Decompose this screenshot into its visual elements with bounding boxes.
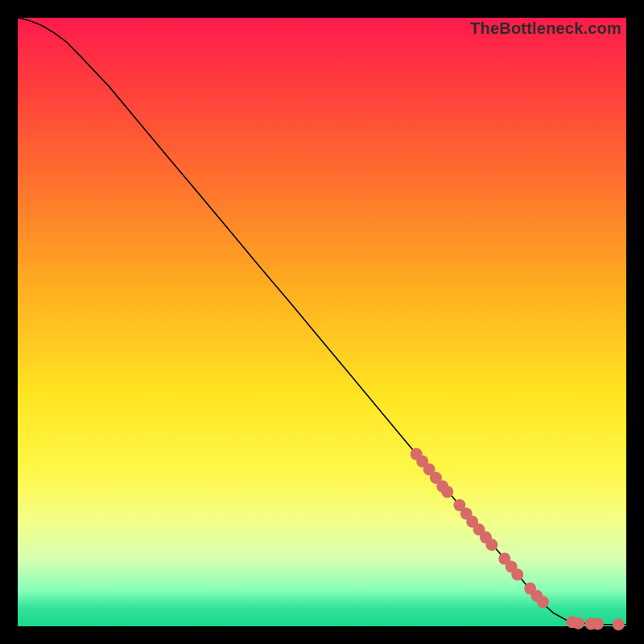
data-point: [572, 617, 584, 630]
data-point: [613, 618, 625, 630]
data-point: [537, 596, 549, 608]
data-point: [485, 539, 497, 551]
curve-line: [18, 18, 626, 625]
data-point: [441, 485, 453, 497]
data-point: [592, 618, 604, 630]
chart-svg: [18, 18, 626, 626]
data-point: [511, 568, 523, 580]
chart-plot-area: TheBottleneck.com: [18, 18, 626, 626]
chart-stage: TheBottleneck.com: [0, 0, 644, 644]
dot-group: [411, 448, 625, 631]
